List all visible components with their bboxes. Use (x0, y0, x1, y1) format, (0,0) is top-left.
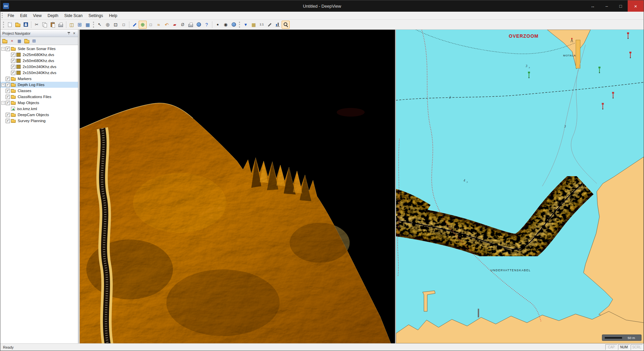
annotate-pen-button[interactable] (266, 21, 274, 29)
eraser-button[interactable]: ▰ (171, 21, 179, 29)
checkbox[interactable]: ✓ (11, 53, 15, 57)
tree-item-2x150m340khz-dvs[interactable]: ✓2x150m340Khz.dvs (0, 70, 78, 76)
paste-button[interactable] (49, 21, 57, 29)
save-file-button[interactable] (22, 21, 30, 29)
delete-item-button[interactable]: × (9, 38, 15, 44)
checkbox[interactable]: ✓ (11, 71, 15, 75)
tree-item-label: Depth Log Files (17, 83, 45, 87)
menu-edit[interactable]: Edit (17, 12, 30, 19)
menu-file[interactable]: File (5, 12, 17, 19)
main-toolbar: ✂◫⊞▦↖◎⊡□⊕□≈↶▰Ø?●◉▼▦1:1 (0, 20, 644, 30)
expander-plus-icon[interactable]: + (1, 83, 5, 87)
tree-item-deepcam-objects[interactable]: ✓DeepCam Objects (0, 112, 78, 118)
tree-item-2x50m680khz-dvs[interactable]: ✓2x50m680Khz.dvs (0, 58, 78, 64)
expander-minus-icon[interactable]: − (1, 47, 5, 51)
tree-item-depth-log-files[interactable]: +✓Depth Log Files (0, 82, 78, 88)
checkbox[interactable]: ✓ (6, 77, 10, 81)
panel-close-icon[interactable]: × (72, 31, 76, 36)
checkbox[interactable]: ✓ (6, 47, 10, 51)
expander-spacer (1, 119, 5, 123)
mosaic-grid-button[interactable]: ▦ (250, 21, 258, 29)
cable-label: UNDERVATTENSKABEL (491, 269, 531, 272)
scale-1to1-button[interactable]: 1:1 (258, 21, 266, 29)
title-bar[interactable]: DV Untitled - DeepView ↔–□× (0, 0, 644, 12)
tree-item-2x25m680khz-dvs[interactable]: ✓2x25m680Khz.dvs (0, 52, 78, 58)
snapshot-button[interactable]: ● (214, 21, 222, 29)
close-button[interactable]: × (628, 0, 644, 12)
tree-item-classifications-files[interactable]: ✓Classifications Files (0, 94, 78, 100)
import-folder-button[interactable] (23, 38, 30, 44)
cut-button[interactable]: ✂ (33, 21, 41, 29)
tile-windows-button[interactable]: ⊞ (76, 21, 84, 29)
tree-item-map-objects[interactable]: −✓Map Objects (0, 100, 78, 106)
tree-item-label: 2x50m680Khz.dvs (22, 59, 55, 63)
toolbar-grip (239, 22, 240, 28)
copy-button[interactable] (41, 21, 49, 29)
web-globe-button[interactable] (195, 21, 203, 29)
tree-item-2x100m340khz-dvs[interactable]: ✓2x100m340Khz.dvs (0, 64, 78, 70)
curve-tool-button[interactable]: ≈ (155, 21, 163, 29)
print-button[interactable] (57, 21, 65, 29)
rect-select-button[interactable]: □ (147, 21, 155, 29)
span-horizontal-button[interactable]: ↔ (586, 0, 600, 12)
sphere-view-button[interactable]: ◉ (222, 21, 230, 29)
menu-side-scan[interactable]: Side Scan (61, 12, 86, 19)
chart-view[interactable]: 332343 OVERZOOM MOTALA UNDERVATTENSKABEL… (396, 30, 644, 343)
checkbox[interactable]: ✓ (11, 65, 15, 69)
pan-tool-button[interactable]: ◎ (104, 21, 112, 29)
expander-spacer (7, 59, 10, 63)
app-window: DV Untitled - DeepView ↔–□× FileEditView… (0, 0, 644, 351)
draw-pencil-button[interactable] (131, 21, 139, 29)
checkbox[interactable]: ✓ (6, 119, 10, 123)
checkbox[interactable]: ✓ (6, 95, 10, 99)
minimize-button[interactable]: – (600, 0, 614, 12)
sonar-3d-view[interactable] (80, 30, 395, 343)
checkbox[interactable]: ✓ (6, 101, 10, 105)
new-file-button[interactable] (6, 21, 14, 29)
panel-header: Project Navigator × (0, 30, 78, 37)
open-file-button[interactable] (14, 21, 22, 29)
globe-view-button[interactable] (230, 21, 238, 29)
tree-item-iso-kmz-kml[interactable]: iso.kmz.kml (0, 106, 78, 112)
histogram-button[interactable] (274, 21, 282, 29)
select-tool-button[interactable]: ↖ (96, 21, 104, 29)
checkbox[interactable]: ✓ (11, 59, 15, 63)
fit-view-button[interactable]: □ (120, 21, 128, 29)
menu-settings[interactable]: Settings (86, 12, 106, 19)
thumbnail-view-button[interactable]: ▦ (16, 38, 23, 44)
menu-help[interactable]: Help (106, 12, 120, 19)
window-title: Untitled - DeepView (303, 4, 341, 9)
checkbox[interactable]: ✓ (6, 113, 10, 117)
tree-item-side-scan-sonar-files[interactable]: −✓Side Scan Sonar Files (0, 46, 78, 52)
menu-view[interactable]: View (30, 12, 45, 19)
expander-minus-icon[interactable]: − (1, 101, 5, 105)
globe-view-icon (232, 22, 236, 27)
measure-button[interactable]: Ø (179, 21, 187, 29)
tree-item-label: Survey Planning (17, 119, 46, 123)
details-view-button[interactable]: ⊞ (31, 38, 37, 44)
dvs-icon (16, 65, 21, 69)
fit-view-icon: □ (122, 23, 125, 27)
tree-item-markers[interactable]: ✓Markers (0, 76, 78, 82)
checkbox[interactable]: ✓ (6, 83, 10, 87)
filter-button[interactable]: ▼ (242, 21, 250, 29)
tree-item-classes[interactable]: ✓Classes (0, 88, 78, 94)
project-tree: −✓Side Scan Sonar Files✓2x25m680Khz.dvs✓… (0, 45, 78, 343)
pin-icon[interactable] (67, 32, 70, 35)
tree-item-survey-planning[interactable]: ✓Survey Planning (0, 118, 78, 124)
scale-1to1-icon: 1:1 (260, 23, 264, 26)
maximize-button[interactable]: □ (614, 0, 628, 12)
checkbox[interactable]: ✓ (6, 89, 10, 93)
print-preview-button[interactable] (187, 21, 195, 29)
undo-button[interactable]: ↶ (163, 21, 171, 29)
delete-item-icon: × (11, 39, 13, 43)
menu-depth[interactable]: Depth (45, 12, 61, 19)
cascade-windows-button[interactable]: ◫ (68, 21, 76, 29)
help-button[interactable]: ? (203, 21, 211, 29)
dvs-icon (16, 71, 21, 75)
data-grid-button[interactable]: ▦ (84, 21, 92, 29)
target-marker-button[interactable]: ⊕ (139, 21, 147, 29)
magnifier-button[interactable] (282, 21, 290, 29)
new-folder-button[interactable] (1, 38, 8, 44)
zoom-window-button[interactable]: ⊡ (112, 21, 120, 29)
